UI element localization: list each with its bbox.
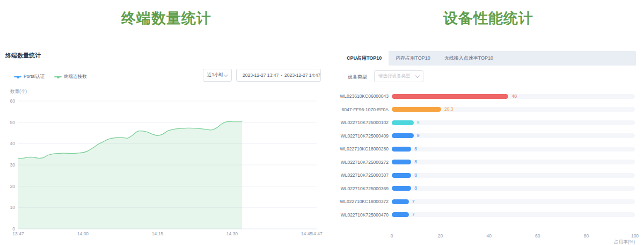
bar-value-label: 48 [511,94,516,99]
tab-无线接入点速率TOP10[interactable]: 无线接入点速率TOP10 [437,51,500,66]
bar-WL022710KC18000280 [392,147,411,152]
bar-track [392,120,635,125]
date-range-end: 2023-12-27 14:47 [284,73,320,78]
device-type-filter-label: 设备类型 [348,74,367,81]
x-tick-label-14:30: 14:30 [226,231,238,236]
terminal-count-line-chart: 010203040506013:4714:0014:1514:3014:4514… [0,95,333,243]
bar-track [392,199,635,204]
bar-category-label: WL022710KC18000280 [331,146,389,152]
bar-x-tick-0: 0 [391,233,393,239]
bar-value-label: 8 [414,173,417,178]
bar-value-label: 8 [414,186,417,191]
x-tick-label-14:15: 14:15 [152,231,164,236]
bar-value-label: 8 [414,160,417,164]
time-range-select-value: 近1小时 [207,72,223,78]
legend-dot [57,76,60,78]
legend-dot [17,76,19,78]
dashboard: 终端数量统计 设备性能统计 终端数量统计 近1小时 2023-12-27 13:… [0,0,644,245]
date-range-separator: - [281,73,282,78]
bar-category-label: WL022710K725000272 [331,160,389,165]
chevron-down-icon [415,73,420,77]
bar-value-label: 7 [412,212,415,217]
bar-x-tick-20: 20 [438,233,443,239]
bar-category-label: WL022710K725000102 [331,120,389,125]
bar-track [392,186,635,191]
chevron-down-icon [224,72,228,76]
legend-label: Portal认证 [24,74,45,80]
bar-category-label: WL023610KC06000043 [331,93,389,99]
bar-track [392,133,635,138]
bar-x-tick-60: 60 [535,233,540,239]
legend-item-终端连接数[interactable]: 终端连接数 [54,74,87,80]
bar-track [392,212,635,217]
legend-label: 终端连接数 [64,74,87,80]
terminal-count-section-title: 终端数量统计 [0,6,333,30]
bar-value-label: 9 [417,133,420,138]
line-chart-legend: Portal认证终端连接数 [14,74,87,80]
x-tick-label-14:00: 14:00 [77,231,89,236]
bar-x-tick-100: 100 [631,233,639,239]
time-range-select[interactable]: 近1小时 [203,69,232,82]
bar-WL022710K725000307 [392,173,411,178]
y-tick-label-30: 30 [10,162,16,168]
bar-category-label: WL022710KC18000372 [331,199,389,204]
bar-category-label: WL022710K725000369 [331,186,389,191]
bar-track [392,160,635,164]
bar-WL022710K725000272 [392,160,411,164]
y-tick-label-40: 40 [10,141,16,146]
tab-CPU占用TOP10[interactable]: CPU占用TOP10 [340,51,389,66]
bar-category-label: WL022710K725000409 [331,133,389,139]
line-chart-panel-title: 终端数量统计 [5,52,41,60]
legend-item-Portal认证[interactable]: Portal认证 [14,74,45,80]
bar-value-label: 9 [417,120,420,125]
bar-category-label: WL022710K725000307 [331,172,389,178]
bar-WL022710KC18000372 [392,199,409,204]
line-series-legend-icon [54,75,62,78]
x-tick-label-14:47: 14:47 [311,231,323,236]
bar-WL022710K725000409 [392,133,414,138]
bar-6047-FF96-1070-EF0A [392,107,441,112]
tab-内存占用TOP10[interactable]: 内存占用TOP10 [389,51,437,66]
bar-chart-x-axis-label: 占用率(%) [581,239,635,245]
bar-track [392,173,635,178]
date-range-start: 2023-12-27 13:47 [243,73,279,78]
bar-category-label: WL022710K725000470 [331,212,389,218]
y-tick-label-10: 10 [10,205,16,210]
bar-value-label: 7 [412,199,415,204]
bar-WL022710K725000102 [392,120,414,125]
bar-track [392,147,635,152]
bar-x-tick-80: 80 [584,233,589,239]
bar-x-tick-40: 40 [486,233,491,239]
device-performance-section-title: 设备性能统计 [333,6,644,30]
bar-WL022710K725000470 [392,212,409,217]
series-area-终端连接数 [18,121,242,229]
performance-tab-bar: CPU占用TOP10内存占用TOP10无线接入点速率TOP10 [340,51,636,66]
bar-value-label: 20.3 [444,107,453,112]
bar-WL023610KC06000043 [392,94,508,99]
y-tick-label-50: 50 [10,120,16,125]
y-tick-label-20: 20 [10,184,16,189]
bar-value-label: 8 [414,147,417,152]
y-tick-label-60: 60 [10,98,16,104]
x-tick-label-13:47: 13:47 [12,231,24,236]
date-range-picker[interactable]: 2023-12-27 13:47 - 2023-12-27 14:47 [236,69,321,82]
device-type-select[interactable]: 请选择设备类型 [374,70,423,82]
device-type-select-placeholder: 请选择设备类型 [378,73,411,80]
line-series-legend-icon [14,75,21,78]
bar-category-label: 6047-FF96-1070-EF0A [331,107,389,112]
bar-WL022710K725000369 [392,186,411,191]
